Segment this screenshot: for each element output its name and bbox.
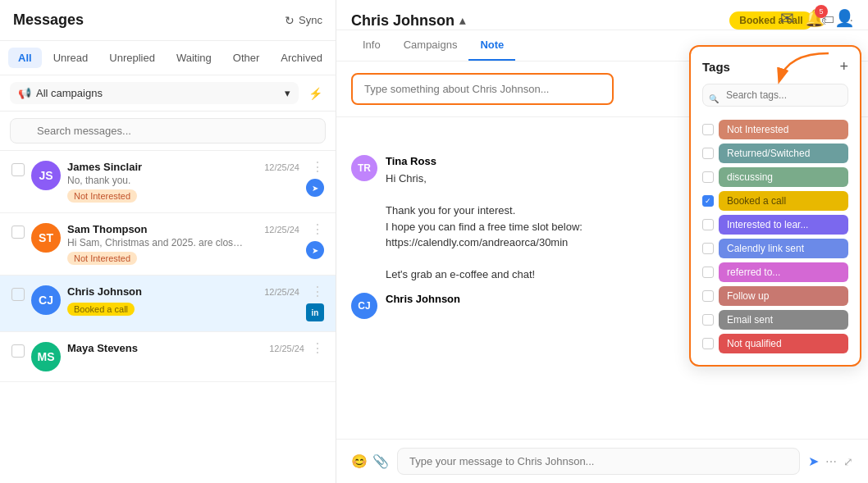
attach-button[interactable]: 📎 — [372, 453, 389, 469]
tag-label[interactable]: Interested to lear... — [719, 215, 848, 235]
tag-label[interactable]: referred to... — [719, 262, 848, 282]
tag-checkbox[interactable] — [702, 124, 714, 135]
sender-name: Maya Stevens — [67, 342, 138, 354]
tag-badge: Booked a call — [67, 303, 135, 316]
expand-button[interactable]: ⤢ — [843, 455, 853, 468]
list-item[interactable]: JS James Sinclair 12/25/24 No, thank you… — [0, 151, 336, 213]
list-item[interactable]: MS Maya Stevens 12/25/24 ⋮ — [0, 332, 336, 382]
sender-name: Chris Johnson — [67, 285, 142, 298]
campaigns-select[interactable]: 📢 All campaigns ▾ — [10, 82, 299, 104]
tag-checkbox[interactable] — [702, 267, 714, 278]
tab-campaigns[interactable]: Campaigns — [392, 30, 469, 61]
message-content: Maya Stevens 12/25/24 — [67, 342, 304, 359]
contact-name-header: Chris Johnson ▴ — [351, 12, 465, 30]
select-checkbox[interactable] — [11, 288, 25, 301]
message-date: 12/25/24 — [264, 287, 299, 297]
tab-unreplied[interactable]: Unreplied — [99, 48, 165, 68]
avatar: JS — [31, 161, 61, 190]
left-panel: Messages ↻ Sync All Unread Unreplied Wai… — [0, 0, 336, 483]
tab-archived[interactable]: Archived — [271, 48, 332, 68]
megaphone-icon: 📢 — [18, 87, 31, 99]
tag-label[interactable]: Booked a call — [719, 191, 848, 211]
tag-label[interactable]: Email sent — [719, 310, 848, 330]
tag-label[interactable]: Follow up — [719, 286, 848, 306]
tag-checkbox[interactable] — [702, 195, 714, 207]
sync-label: Sync — [299, 14, 322, 26]
tab-other[interactable]: Other — [223, 48, 270, 68]
tab-info[interactable]: Info — [351, 30, 392, 61]
message-content: Chris Johnson 12/25/24 Booked a call — [67, 285, 299, 316]
tag-row: referred to... — [702, 262, 848, 282]
profile-icon[interactable]: 👤 — [834, 8, 855, 28]
message-date: 12/25/24 — [264, 162, 299, 172]
tag-row: Follow up — [702, 286, 848, 306]
list-item[interactable]: CJ Chris Johnson 12/25/24 Booked a call … — [0, 276, 336, 332]
tab-waiting[interactable]: Waiting — [167, 48, 222, 68]
tag-checkbox[interactable] — [702, 290, 714, 302]
tab-unread[interactable]: Unread — [43, 48, 98, 68]
add-tag-button[interactable]: + — [839, 58, 848, 75]
tag-checkbox[interactable] — [702, 171, 714, 183]
note-input[interactable] — [351, 73, 614, 105]
tag-checkbox[interactable] — [702, 219, 714, 230]
message-top: James Sinclair 12/25/24 — [67, 161, 299, 173]
search-wrapper — [10, 118, 326, 144]
sender-name: James Sinclair — [67, 161, 142, 173]
avatar: TR — [351, 155, 377, 181]
tag-checkbox[interactable] — [702, 148, 714, 159]
tag-checkbox[interactable] — [702, 243, 714, 254]
tag-list: Not Interested Returned/Switched discuss… — [702, 120, 848, 353]
tag-row: discussing — [702, 167, 848, 187]
notifications-wrapper: 🔔 5 — [804, 8, 825, 28]
chevron-up-icon[interactable]: ▴ — [459, 14, 465, 27]
nav-icon: ➤ — [306, 241, 324, 259]
reply-input[interactable] — [397, 448, 800, 475]
list-item[interactable]: ST Sam Thompson 12/25/24 Hi Sam, Christm… — [0, 213, 336, 276]
filter-tabs: All Unread Unreplied Waiting Other Archi… — [0, 41, 336, 75]
tag-badge: Not Interested — [67, 252, 137, 265]
tags-panel: Tags + Not Interested Returned/Switched … — [689, 45, 861, 367]
message-preview: Hi Sam, Christmas and 2025. are close! 🎄… — [67, 237, 248, 248]
tag-row: Interested to lear... — [702, 215, 848, 235]
avatar: CJ — [351, 293, 377, 319]
tab-all[interactable]: All — [8, 48, 42, 68]
more-options-button[interactable]: ⋮ — [311, 161, 324, 174]
select-checkbox[interactable] — [11, 226, 25, 239]
tag-label[interactable]: Calendly link sent — [719, 239, 848, 258]
app-title: Messages — [13, 11, 84, 29]
tag-checkbox[interactable] — [702, 338, 714, 349]
select-checkbox[interactable] — [11, 163, 25, 176]
send-button[interactable]: ➤ — [808, 453, 819, 469]
filter-icon[interactable]: ⚡ — [305, 84, 326, 103]
message-actions: ⋮ ➤ — [306, 223, 324, 259]
select-checkbox[interactable] — [11, 344, 25, 358]
more-options-button[interactable]: ⋮ — [311, 342, 324, 355]
emoji-buttons: 😊 📎 — [351, 453, 389, 469]
tag-row: Returned/Switched — [702, 144, 848, 163]
message-content: James Sinclair 12/25/24 No, thank you. N… — [67, 161, 299, 203]
notification-badge: 5 — [815, 5, 828, 18]
tag-label[interactable]: discussing — [719, 167, 848, 187]
sync-button[interactable]: ↻ Sync — [285, 14, 322, 27]
tag-row: Email sent — [702, 310, 848, 330]
tags-search-input[interactable] — [702, 84, 848, 107]
search-input[interactable] — [10, 118, 326, 144]
tag-label[interactable]: Not qualified — [719, 334, 848, 353]
message-date: 12/25/24 — [269, 344, 304, 353]
message-top: Chris Johnson 12/25/24 — [67, 285, 299, 298]
tab-note[interactable]: Note — [468, 30, 515, 61]
more-options-button[interactable]: ⋮ — [311, 285, 324, 298]
tag-checkbox[interactable] — [702, 314, 714, 326]
mail-icon[interactable]: ✉ — [780, 8, 794, 28]
more-actions-button[interactable]: ⋯ — [825, 455, 837, 468]
nav-icon: ➤ — [306, 179, 324, 197]
more-options-button[interactable]: ⋮ — [311, 223, 324, 236]
tag-badge: Not Interested — [67, 189, 137, 203]
contact-name: Chris Johnson — [351, 12, 455, 30]
message-top: Sam Thompson 12/25/24 — [67, 223, 299, 235]
message-date: 12/25/24 — [264, 225, 299, 235]
tag-label[interactable]: Returned/Switched — [719, 144, 848, 163]
linkedin-icon: in — [306, 303, 324, 321]
emoji-button[interactable]: 😊 — [351, 453, 368, 469]
tag-label[interactable]: Not Interested — [719, 120, 848, 139]
